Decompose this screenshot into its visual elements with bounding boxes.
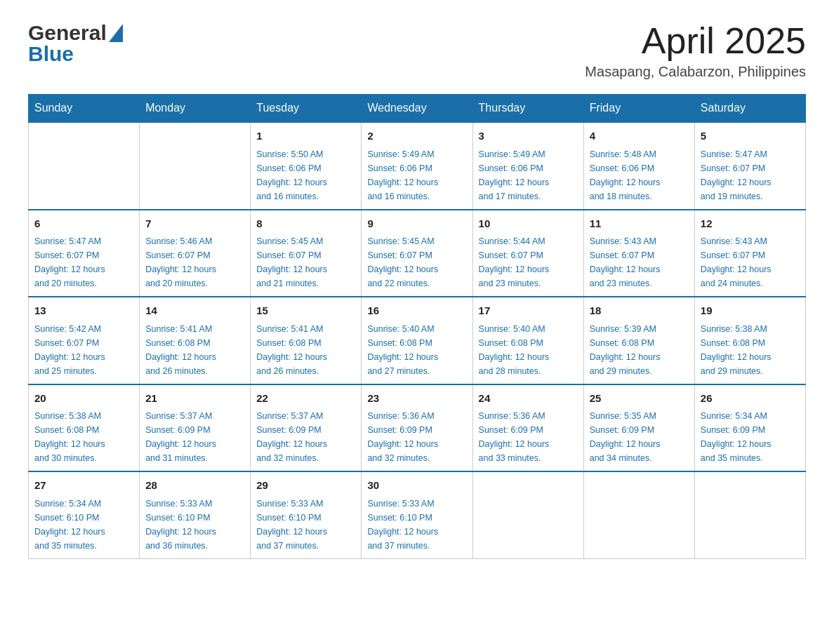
calendar-cell: 16Sunrise: 5:40 AM Sunset: 6:08 PM Dayli…	[362, 297, 472, 384]
day-info: Sunrise: 5:36 AM Sunset: 6:09 PM Dayligh…	[479, 409, 578, 465]
calendar-cell: 24Sunrise: 5:36 AM Sunset: 6:09 PM Dayli…	[472, 384, 583, 472]
day-info: Sunrise: 5:47 AM Sunset: 6:07 PM Dayligh…	[701, 147, 800, 203]
weekday-header-saturday: Saturday	[694, 95, 805, 123]
day-number: 13	[34, 303, 133, 319]
day-number: 4	[590, 128, 689, 145]
day-number: 25	[590, 391, 689, 407]
weekday-header-tuesday: Tuesday	[251, 95, 362, 123]
calendar-table: SundayMondayTuesdayWednesdayThursdayFrid…	[28, 94, 806, 559]
calendar-cell: 21Sunrise: 5:37 AM Sunset: 6:09 PM Dayli…	[140, 384, 251, 472]
calendar-cell: 22Sunrise: 5:37 AM Sunset: 6:09 PM Dayli…	[251, 384, 362, 472]
day-info: Sunrise: 5:41 AM Sunset: 6:08 PM Dayligh…	[256, 322, 355, 378]
page-header: General Blue April 2025 Masapang, Calaba…	[28, 21, 806, 80]
calendar-cell: 30Sunrise: 5:33 AM Sunset: 6:10 PM Dayli…	[362, 471, 472, 558]
day-info: Sunrise: 5:49 AM Sunset: 6:06 PM Dayligh…	[367, 147, 466, 203]
day-info: Sunrise: 5:37 AM Sunset: 6:09 PM Dayligh…	[256, 409, 355, 465]
calendar-cell: 17Sunrise: 5:40 AM Sunset: 6:08 PM Dayli…	[472, 297, 583, 384]
calendar-cell: 12Sunrise: 5:43 AM Sunset: 6:07 PM Dayli…	[694, 210, 805, 297]
day-number: 30	[367, 478, 466, 494]
weekday-header-monday: Monday	[140, 95, 251, 123]
day-info: Sunrise: 5:43 AM Sunset: 6:07 PM Dayligh…	[590, 234, 689, 290]
day-number: 1	[256, 128, 355, 145]
calendar-cell: 2Sunrise: 5:49 AM Sunset: 6:06 PM Daylig…	[362, 122, 472, 210]
calendar-cell: 28Sunrise: 5:33 AM Sunset: 6:10 PM Dayli…	[140, 471, 251, 558]
calendar-cell: 3Sunrise: 5:49 AM Sunset: 6:06 PM Daylig…	[472, 122, 583, 210]
calendar-cell: 23Sunrise: 5:36 AM Sunset: 6:09 PM Dayli…	[362, 384, 472, 472]
calendar-cell: 25Sunrise: 5:35 AM Sunset: 6:09 PM Dayli…	[583, 384, 694, 472]
day-number: 9	[367, 216, 466, 232]
calendar-cell: 8Sunrise: 5:45 AM Sunset: 6:07 PM Daylig…	[251, 210, 362, 297]
title-section: April 2025 Masapang, Calabarzon, Philipp…	[585, 21, 806, 80]
day-info: Sunrise: 5:44 AM Sunset: 6:07 PM Dayligh…	[479, 234, 578, 290]
logo-triangle-icon	[109, 24, 123, 42]
day-number: 23	[367, 391, 466, 407]
calendar-header-row: SundayMondayTuesdayWednesdayThursdayFrid…	[29, 95, 806, 123]
calendar-cell: 29Sunrise: 5:33 AM Sunset: 6:10 PM Dayli…	[251, 471, 362, 558]
day-info: Sunrise: 5:33 AM Sunset: 6:10 PM Dayligh…	[367, 497, 466, 553]
day-number: 12	[701, 216, 800, 232]
day-number: 17	[479, 303, 578, 319]
day-number: 29	[256, 478, 355, 494]
day-info: Sunrise: 5:42 AM Sunset: 6:07 PM Dayligh…	[34, 322, 133, 378]
svg-marker-0	[109, 24, 123, 42]
day-number: 18	[590, 303, 689, 319]
weekday-header-thursday: Thursday	[472, 95, 583, 123]
day-number: 26	[701, 391, 800, 407]
day-number: 19	[701, 303, 800, 319]
day-info: Sunrise: 5:34 AM Sunset: 6:09 PM Dayligh…	[701, 409, 800, 465]
day-number: 6	[34, 216, 133, 232]
day-info: Sunrise: 5:40 AM Sunset: 6:08 PM Dayligh…	[479, 322, 578, 378]
day-info: Sunrise: 5:35 AM Sunset: 6:09 PM Dayligh…	[590, 409, 689, 465]
day-number: 20	[34, 391, 133, 407]
calendar-cell: 18Sunrise: 5:39 AM Sunset: 6:08 PM Dayli…	[583, 297, 694, 384]
day-info: Sunrise: 5:49 AM Sunset: 6:06 PM Dayligh…	[479, 147, 578, 203]
day-number: 7	[145, 216, 244, 232]
day-number: 14	[145, 303, 244, 319]
day-info: Sunrise: 5:40 AM Sunset: 6:08 PM Dayligh…	[367, 322, 466, 378]
day-info: Sunrise: 5:38 AM Sunset: 6:08 PM Dayligh…	[701, 322, 800, 378]
day-info: Sunrise: 5:46 AM Sunset: 6:07 PM Dayligh…	[145, 234, 244, 290]
logo-blue: Blue	[28, 42, 123, 66]
day-info: Sunrise: 5:41 AM Sunset: 6:08 PM Dayligh…	[145, 322, 244, 378]
calendar-cell: 7Sunrise: 5:46 AM Sunset: 6:07 PM Daylig…	[140, 210, 251, 297]
weekday-header-wednesday: Wednesday	[362, 95, 472, 123]
calendar-cell: 15Sunrise: 5:41 AM Sunset: 6:08 PM Dayli…	[251, 297, 362, 384]
day-number: 22	[256, 391, 355, 407]
day-number: 5	[701, 128, 800, 145]
calendar-cell: 10Sunrise: 5:44 AM Sunset: 6:07 PM Dayli…	[472, 210, 583, 297]
day-number: 2	[367, 128, 466, 145]
calendar-cell: 27Sunrise: 5:34 AM Sunset: 6:10 PM Dayli…	[29, 471, 140, 558]
logo: General Blue	[28, 21, 123, 66]
day-number: 27	[34, 478, 133, 494]
calendar-week-2: 6Sunrise: 5:47 AM Sunset: 6:07 PM Daylig…	[29, 210, 806, 297]
day-number: 21	[145, 391, 244, 407]
calendar-week-1: 1Sunrise: 5:50 AM Sunset: 6:06 PM Daylig…	[29, 122, 806, 210]
calendar-week-4: 20Sunrise: 5:38 AM Sunset: 6:08 PM Dayli…	[29, 384, 806, 472]
calendar-cell: 20Sunrise: 5:38 AM Sunset: 6:08 PM Dayli…	[29, 384, 140, 472]
weekday-header-friday: Friday	[583, 95, 694, 123]
calendar-cell	[140, 122, 251, 210]
calendar-cell	[29, 122, 140, 210]
day-info: Sunrise: 5:45 AM Sunset: 6:07 PM Dayligh…	[256, 234, 355, 290]
calendar-cell: 6Sunrise: 5:47 AM Sunset: 6:07 PM Daylig…	[29, 210, 140, 297]
day-number: 24	[479, 391, 578, 407]
day-number: 15	[256, 303, 355, 319]
day-number: 10	[479, 216, 578, 232]
calendar-cell: 9Sunrise: 5:45 AM Sunset: 6:07 PM Daylig…	[362, 210, 472, 297]
day-number: 3	[479, 128, 578, 145]
day-info: Sunrise: 5:33 AM Sunset: 6:10 PM Dayligh…	[145, 497, 244, 553]
calendar-cell	[694, 471, 805, 558]
weekday-header-sunday: Sunday	[29, 95, 140, 123]
logo-general: General	[28, 21, 107, 45]
page-subtitle: Masapang, Calabarzon, Philippines	[585, 64, 806, 80]
calendar-cell: 13Sunrise: 5:42 AM Sunset: 6:07 PM Dayli…	[29, 297, 140, 384]
calendar-cell: 11Sunrise: 5:43 AM Sunset: 6:07 PM Dayli…	[583, 210, 694, 297]
page-title: April 2025	[585, 21, 806, 61]
day-number: 8	[256, 216, 355, 232]
day-number: 16	[367, 303, 466, 319]
day-info: Sunrise: 5:47 AM Sunset: 6:07 PM Dayligh…	[34, 234, 133, 290]
day-info: Sunrise: 5:48 AM Sunset: 6:06 PM Dayligh…	[590, 147, 689, 203]
calendar-cell: 1Sunrise: 5:50 AM Sunset: 6:06 PM Daylig…	[251, 122, 362, 210]
day-info: Sunrise: 5:37 AM Sunset: 6:09 PM Dayligh…	[145, 409, 244, 465]
calendar-cell: 26Sunrise: 5:34 AM Sunset: 6:09 PM Dayli…	[694, 384, 805, 472]
